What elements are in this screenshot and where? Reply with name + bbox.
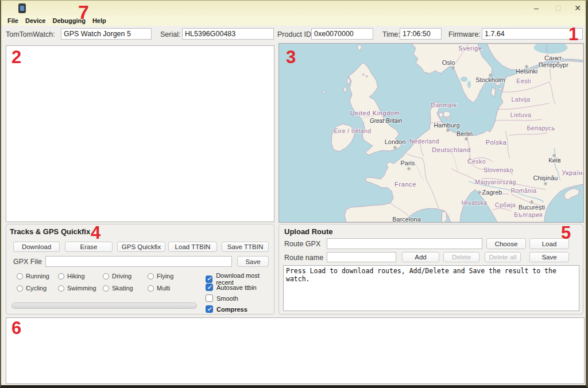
erase-button[interactable]: Erase: [65, 242, 113, 252]
close-button[interactable]: ✕: [572, 3, 583, 13]
serial-label: Serial:: [160, 30, 180, 38]
annotation-2: 2: [11, 48, 21, 66]
radio-driving[interactable]: Driving: [103, 273, 131, 280]
label-deutschland: Deutschland: [432, 146, 471, 153]
label-polska: Polska: [486, 139, 507, 146]
map-panel[interactable]: Sverige Eesti Latvija Lietuva Беларусь У…: [278, 43, 584, 223]
label-srbija: Србија: [495, 201, 516, 208]
radio-skating[interactable]: Skating: [103, 285, 133, 292]
radio-circle-icon: [103, 285, 109, 292]
label-helsinki: Helsinki: [516, 68, 538, 75]
annotation-3: 3: [286, 48, 296, 66]
radio-swimming[interactable]: Swimming: [58, 285, 96, 292]
radio-circle-icon: [58, 285, 64, 292]
radio-cycling[interactable]: Cycling: [17, 285, 47, 292]
firmware-label: Firmware:: [448, 30, 481, 38]
label-london: London: [385, 138, 406, 145]
label-nederland: Nederland: [409, 138, 439, 145]
download-button[interactable]: Download: [13, 242, 60, 252]
track-list-panel[interactable]: [6, 45, 274, 222]
delete-all-button[interactable]: Delete all: [485, 252, 521, 262]
label-great-britain: Great Britain: [370, 118, 403, 124]
label-stockholm: Stockholm: [475, 76, 505, 83]
checkbox-compress[interactable]: Compress: [206, 305, 247, 313]
app-window: – □ ✕ File Device Debugging Help TomTomW…: [0, 0, 588, 388]
progress-bar: [11, 302, 197, 309]
annotation-6: 6: [11, 319, 21, 337]
label-france: France: [394, 181, 416, 188]
watch-app-icon: [18, 3, 26, 13]
tracks-group: Tracks & GPS Quickfix Download Erase GPS…: [6, 224, 274, 315]
label-hrvatska: Hrvatska: [462, 199, 488, 206]
label-ukraina: Україна: [562, 169, 584, 176]
gpx-save-button[interactable]: Save: [237, 256, 269, 267]
upload-route-group: Upload Route Route GPX Choose Load Route…: [278, 224, 583, 315]
add-button[interactable]: Add: [402, 252, 439, 262]
radio-multi[interactable]: Multi: [148, 285, 170, 292]
label-lietuva: Lietuva: [510, 111, 532, 118]
annotation-5: 5: [561, 224, 571, 242]
menu-help[interactable]: Help: [89, 17, 110, 24]
route-name-label: Route name: [284, 254, 323, 262]
maximize-button[interactable]: □: [552, 3, 564, 13]
radio-circle-icon: [58, 273, 64, 280]
serial-field[interactable]: [182, 28, 274, 40]
route-save-button[interactable]: Save: [529, 252, 569, 262]
radio-circle-icon: [17, 285, 23, 292]
label-zagreb: Zagreb: [482, 189, 502, 196]
annotation-7: 7: [78, 2, 89, 22]
label-oslo: Oslo: [442, 59, 455, 66]
label-danmark: Danmark: [431, 102, 457, 108]
upload-route-title: Upload Route: [284, 227, 333, 236]
label-kyiv: Київ: [548, 157, 561, 164]
menu-device[interactable]: Device: [22, 17, 49, 24]
label-paris: Paris: [400, 160, 415, 166]
minimize-button[interactable]: –: [531, 3, 542, 13]
checkbox-checked-icon: [206, 276, 212, 283]
label-eire-ireland: Éire / Ireland: [334, 127, 371, 134]
route-name-field[interactable]: [327, 252, 396, 262]
menu-file[interactable]: File: [4, 17, 22, 24]
radio-running[interactable]: Running: [17, 273, 49, 280]
label-magyarorszag: Magyarország: [475, 179, 516, 185]
product-id-label: Product ID:: [277, 30, 314, 38]
status-log-panel[interactable]: [6, 317, 585, 384]
firmware-field[interactable]: [482, 28, 583, 40]
gps-quickfix-button[interactable]: GPS Quickfix: [117, 242, 165, 252]
annotation-4: 4: [91, 224, 100, 242]
save-ttbin-button[interactable]: Save TTBIN: [222, 242, 269, 252]
choose-button[interactable]: Choose: [486, 238, 526, 249]
load-ttbin-button[interactable]: Load TTBIN: [168, 242, 217, 252]
label-sankt: Санкт-: [544, 55, 564, 61]
gpx-file-field[interactable]: [45, 256, 232, 267]
annotation-1: 1: [568, 25, 578, 43]
label-cesko: Česko: [467, 158, 486, 165]
route-gpx-field[interactable]: [327, 238, 482, 249]
label-bucuresti: București: [519, 204, 545, 211]
label-romania: România: [511, 187, 537, 194]
label-hamburg: Hamburg: [434, 122, 459, 129]
menu-bar: File Device Debugging Help: [1, 15, 588, 26]
tracks-group-title: Tracks & GPS Quickfix: [10, 227, 90, 236]
radio-flying[interactable]: Flying: [148, 273, 173, 280]
label-belarus: Беларусь: [527, 125, 555, 131]
checkbox-autosave-ttbin[interactable]: Autosave ttbin: [206, 284, 257, 291]
product-id-field[interactable]: [311, 28, 373, 40]
radio-hiking[interactable]: Hiking: [58, 273, 85, 280]
map[interactable]: Sverige Eesti Latvija Lietuva Беларусь У…: [279, 44, 583, 222]
delete-button[interactable]: Delete: [443, 252, 479, 262]
radio-circle-icon: [17, 273, 23, 280]
radio-circle-icon: [148, 273, 154, 280]
watch-name-field[interactable]: [61, 28, 152, 40]
label-latvija: Latvija: [511, 96, 530, 103]
label-slovensko: Slovensko: [483, 166, 513, 173]
time-label: Time:: [382, 30, 400, 38]
checkbox-smooth[interactable]: Smooth: [206, 294, 238, 302]
checkbox-checked-icon: [206, 284, 213, 291]
label-bulgaria: България: [514, 211, 543, 218]
radio-circle-icon: [103, 273, 109, 280]
radio-circle-icon: [148, 285, 154, 292]
route-message-box[interactable]: Press Load to download routes, Add/Delet…: [283, 265, 579, 311]
label-chisinau: Chișinău: [533, 174, 558, 181]
time-field[interactable]: [400, 28, 442, 40]
